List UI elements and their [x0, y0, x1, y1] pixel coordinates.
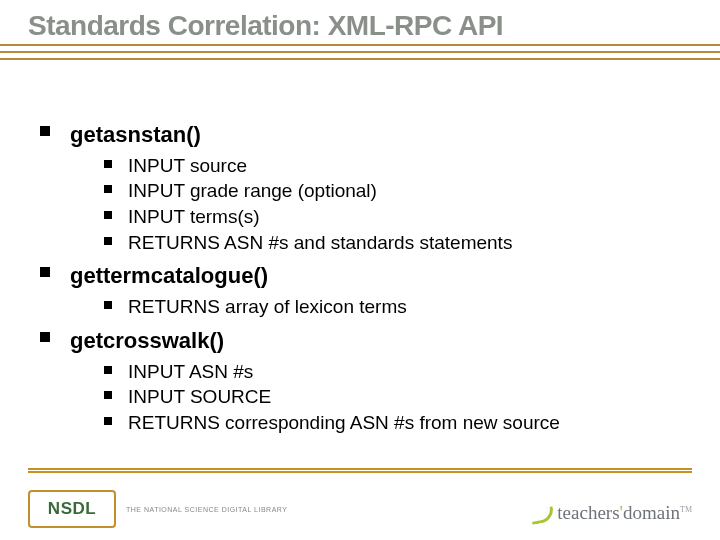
title-area: Standards Correlation: XML-RPC API	[0, 0, 720, 88]
sub-item: INPUT ASN #s	[104, 359, 690, 385]
nsdl-logo-icon: NSDL	[28, 490, 116, 528]
sub-item: INPUT source	[104, 153, 690, 179]
teachers-domain-brand: teachers'domainTM	[527, 502, 692, 524]
square-bullet-icon	[40, 267, 50, 277]
square-bullet-icon	[40, 332, 50, 342]
function-name: getasnstan()	[70, 122, 201, 147]
sub-item: INPUT SOURCE	[104, 384, 690, 410]
nsdl-logo-text: NSDL	[48, 499, 96, 519]
swoosh-icon	[527, 502, 555, 524]
square-bullet-icon	[40, 126, 50, 136]
sub-item: INPUT terms(s)	[104, 204, 690, 230]
list-item: getasnstan() INPUT source INPUT grade ra…	[40, 120, 690, 255]
footer-divider	[28, 468, 692, 470]
sub-item: RETURNS corresponding ASN #s from new so…	[104, 410, 690, 436]
teachers-domain-text: teachers'domainTM	[557, 502, 692, 524]
sub-list: RETURNS array of lexicon terms	[70, 294, 690, 320]
nsdl-brand: NSDL THE NATIONAL SCIENCE DIGITAL LIBRAR…	[28, 490, 308, 528]
function-name: gettermcatalogue()	[70, 263, 268, 288]
function-list: getasnstan() INPUT source INPUT grade ra…	[40, 120, 690, 436]
slide: Standards Correlation: XML-RPC API getas…	[0, 0, 720, 540]
sub-item: INPUT grade range (optional)	[104, 178, 690, 204]
slide-title: Standards Correlation: XML-RPC API	[28, 10, 511, 42]
content-area: getasnstan() INPUT source INPUT grade ra…	[40, 120, 690, 442]
sub-list: INPUT source INPUT grade range (optional…	[70, 153, 690, 256]
list-item: getcrosswalk() INPUT ASN #s INPUT SOURCE…	[40, 326, 690, 436]
sub-item: RETURNS array of lexicon terms	[104, 294, 690, 320]
nsdl-tagline: THE NATIONAL SCIENCE DIGITAL LIBRARY	[126, 506, 287, 513]
sub-item: RETURNS ASN #s and standards statements	[104, 230, 690, 256]
list-item: gettermcatalogue() RETURNS array of lexi…	[40, 261, 690, 319]
footer: NSDL THE NATIONAL SCIENCE DIGITAL LIBRAR…	[0, 468, 720, 540]
sub-list: INPUT ASN #s INPUT SOURCE RETURNS corres…	[70, 359, 690, 436]
function-name: getcrosswalk()	[70, 328, 224, 353]
